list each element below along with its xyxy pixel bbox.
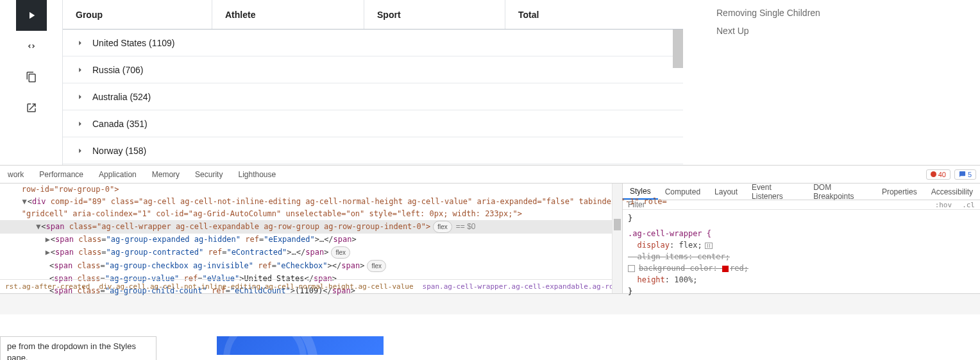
group-count: (524) — [130, 92, 151, 102]
message-icon — [959, 171, 966, 178]
dom-line[interactable]: row-id="row-group-0"> — [0, 184, 612, 196]
header-sport[interactable]: Sport — [364, 0, 505, 29]
breadcrumb-item[interactable]: span.ag-cell-wrapper.ag-cell-expandable.… — [423, 282, 612, 291]
table-row[interactable]: Australia (524) — [63, 83, 683, 110]
css-rules[interactable]: } .ag-cell-wrapper { display: flex; alig… — [623, 210, 980, 300]
dom-breadcrumb[interactable]: rst.ag-after-created div.ag-cell.ag-cell… — [0, 279, 612, 293]
grid-header: Group Athlete Sport Total — [63, 0, 683, 30]
left-rail — [0, 0, 62, 165]
group-count: (1109) — [149, 38, 174, 48]
group-count: (706) — [122, 65, 144, 75]
chevron-right-icon[interactable] — [76, 92, 85, 101]
vertical-scrollbar[interactable] — [673, 30, 683, 68]
dom-line[interactable]: ▶<span class="ag-group-expanded ag-hidde… — [0, 234, 612, 246]
group-label: Russia — [92, 65, 120, 75]
sidebar-link[interactable]: Next Up — [716, 22, 961, 40]
header-total[interactable]: Total — [505, 0, 683, 29]
color-swatch[interactable] — [722, 266, 729, 272]
styles-tabs: Styles Computed Layout Event Listeners D… — [623, 184, 980, 200]
group-label: Australia — [92, 92, 127, 102]
code-icon — [26, 40, 37, 52]
copy-icon — [26, 71, 37, 83]
code-button[interactable] — [16, 31, 47, 62]
flex-icon[interactable] — [705, 243, 713, 249]
dom-line-selected[interactable]: ▼<span class="ag-cell-wrapper ag-cell-ex… — [0, 220, 612, 234]
tab-security[interactable]: Security — [187, 170, 230, 179]
footer-promo-tile[interactable] — [217, 336, 384, 355]
group-label: United States — [92, 38, 146, 48]
tab-event-listeners[interactable]: Event Listeners — [745, 184, 806, 200]
tab-memory[interactable]: Memory — [144, 170, 187, 179]
header-group[interactable]: Group — [63, 0, 212, 29]
group-label: Canada — [92, 119, 124, 129]
tab-layout[interactable]: Layout — [707, 184, 745, 200]
group-label: Norway — [92, 146, 122, 156]
play-icon — [26, 10, 37, 21]
table-row[interactable]: Norway (158) — [63, 137, 683, 164]
external-link-icon — [26, 102, 37, 114]
hov-toggle[interactable]: :hov — [930, 201, 958, 209]
flex-badge[interactable]: flex — [367, 260, 386, 272]
flex-badge[interactable]: flex — [331, 246, 350, 259]
styles-panel: Styles Computed Layout Event Listeners D… — [622, 184, 980, 293]
group-count: (351) — [126, 119, 148, 129]
group-count: (158) — [125, 146, 146, 156]
chevron-right-icon[interactable] — [76, 65, 85, 74]
chevron-right-icon[interactable] — [76, 119, 85, 128]
dom-line[interactable]: ▼<div comp-id="89" class="ag-cell ag-cel… — [0, 196, 612, 208]
message-count-pill[interactable]: 5 — [954, 169, 976, 180]
css-brace: } — [628, 286, 975, 297]
error-icon — [931, 171, 936, 177]
header-athlete[interactable]: Athlete — [212, 0, 364, 29]
dom-line[interactable]: <span class="ag-group-checkbox ag-invisi… — [0, 259, 612, 273]
sidebar-link[interactable]: Removing Single Children — [716, 4, 961, 22]
tab-dom-breakpoints[interactable]: DOM Breakpoints — [806, 184, 875, 200]
docs-sidebar: Removing Single Children Next Up — [683, 0, 980, 165]
dom-line[interactable]: ▶<span class="ag-group-contracted" ref="… — [0, 246, 612, 259]
elements-dom-tree[interactable]: row-id="row-group-0"> ▼<div comp-id="89"… — [0, 184, 612, 293]
table-row[interactable]: United States (1109) — [63, 30, 683, 56]
table-row[interactable]: Canada (351) — [63, 110, 683, 137]
css-selector[interactable]: .ag-cell-wrapper { — [628, 229, 711, 238]
tab-network-partial[interactable]: work — [0, 170, 31, 179]
breadcrumb-item[interactable]: rst.ag-after-created — [5, 282, 90, 291]
cls-toggle[interactable]: .cl — [957, 201, 980, 209]
styles-filter-input[interactable] — [623, 200, 930, 209]
copy-button[interactable] — [16, 62, 47, 92]
error-count-pill[interactable]: 40 — [926, 169, 950, 180]
flex-badge[interactable]: flex — [433, 221, 452, 233]
grid: Group Athlete Sport Total United States … — [62, 0, 683, 165]
chevron-right-icon[interactable] — [76, 39, 85, 47]
chevron-right-icon[interactable] — [76, 146, 85, 155]
tab-accessibility[interactable]: Accessibility — [924, 184, 980, 200]
tab-performance[interactable]: Performance — [31, 170, 91, 179]
css-brace: } — [628, 212, 975, 224]
run-button[interactable] — [16, 0, 47, 31]
tab-lighthouse[interactable]: Lighthouse — [230, 170, 283, 179]
tab-properties[interactable]: Properties — [875, 184, 924, 200]
footer-note: pe from the dropdown in the Styles pane. — [0, 336, 156, 360]
dom-scrollbar[interactable] — [612, 184, 622, 293]
open-external-button[interactable] — [16, 92, 47, 123]
tab-application[interactable]: Application — [91, 170, 144, 179]
table-row[interactable]: Russia (706) — [63, 56, 683, 83]
css-prop-checkbox[interactable] — [628, 265, 635, 272]
breadcrumb-item[interactable]: div.ag-cell.ag-cell-not-inline-editing.a… — [99, 282, 413, 291]
dom-line[interactable]: "gridcell" aria-colindex="1" col-id="ag-… — [0, 208, 612, 220]
devtools-top-tabs: work Performance Application Memory Secu… — [0, 165, 980, 184]
